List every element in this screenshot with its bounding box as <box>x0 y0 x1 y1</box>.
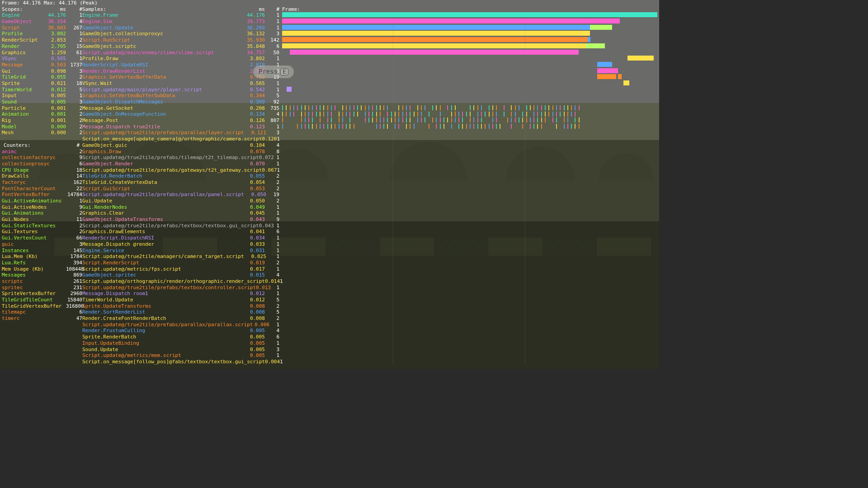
sample-row[interactable]: Render.CreateFontRenderBatch0.0082 <box>82 315 279 322</box>
sample-row[interactable]: Profile.Draw3.8021 <box>82 56 279 62</box>
sample-row[interactable]: Render.SortRenderList0.0085 <box>82 309 279 315</box>
scope-row[interactable]: Gui0.0983 <box>2 68 82 75</box>
flame-bar[interactable] <box>282 37 588 42</box>
counter-row[interactable]: collectionproxyc6 <box>2 161 82 167</box>
sample-row[interactable]: Engine.Sim39.7731 <box>82 19 279 25</box>
sample-row[interactable]: Script.GuiScript0.0532 <box>82 186 279 192</box>
sample-row[interactable]: Script.update@/true2tile/prefabs/textbox… <box>82 223 279 229</box>
sample-row[interactable]: Graphics.DrawElements0.0416 <box>82 229 279 235</box>
counter-row[interactable]: timerc47 <box>2 315 82 322</box>
sample-row[interactable]: Script.RunScript35.930142 <box>82 37 279 43</box>
flame-bar[interactable] <box>533 50 579 55</box>
sample-row[interactable]: Gui.Update0.0502 <box>82 198 279 204</box>
sample-row[interactable]: GameObject.Render0.0701 <box>82 161 279 167</box>
sample-row[interactable]: Script.on_message[follow_pos]@fabs/textb… <box>82 359 279 365</box>
scope-row[interactable]: Input0.0051 <box>2 93 82 99</box>
scope-row[interactable]: VSync0.5651 <box>2 56 82 62</box>
sample-row[interactable]: Message.Post0.126807 <box>82 117 279 124</box>
scope-row[interactable]: RenderScript2.8532 <box>2 37 82 43</box>
sample-row[interactable]: Render.DrawRenderList2.7093 <box>82 68 279 75</box>
counter-row[interactable]: FontVertexBuffer14784 <box>2 192 82 198</box>
sample-row[interactable]: GameObject.OnMessageFunction0.1344 <box>82 111 279 117</box>
flame-bar[interactable] <box>597 74 616 79</box>
flame-bar[interactable] <box>590 25 613 30</box>
counter-row[interactable]: Gui.ActiveNodes9 <box>2 204 82 211</box>
sample-row[interactable]: Script.update@/main/enemy/slime/slime.sc… <box>82 50 279 56</box>
scope-row[interactable]: Script36.003267 <box>2 25 82 31</box>
sample-row[interactable]: Script.update@/true2tile/prefabs/textbox… <box>82 285 279 291</box>
flame-bar[interactable] <box>287 87 292 92</box>
sample-row[interactable]: Message.GetSocket0.208735 <box>82 105 279 112</box>
sample-row[interactable]: Script.update@/metrics/mem.script0.0051 <box>82 352 279 359</box>
profiler-overlay[interactable]: Frame: 44.176 Max: 44.176 (Peak) Scopes:… <box>0 0 659 369</box>
scope-row[interactable]: Graphics1.25961 <box>2 50 82 56</box>
sample-row[interactable]: Script.update@/true2tile/prefabs/tilemap… <box>82 155 279 161</box>
counter-row[interactable]: FontCharacterCount22 <box>2 186 82 192</box>
sample-row[interactable]: Script.update@/orthographic/render/ortho… <box>82 278 279 285</box>
counter-row[interactable]: Gui.Textures2 <box>2 229 82 235</box>
scope-row[interactable]: TimerWorld0.0125 <box>2 87 82 93</box>
scope-row[interactable]: TileGrid0.0552 <box>2 74 82 80</box>
sample-row[interactable]: Message.Dispatch room10.0121 <box>82 291 279 297</box>
scope-row[interactable]: Particle0.0012 <box>2 105 82 112</box>
sample-row[interactable]: Script.on_message[update_camera]@/orthog… <box>82 136 279 142</box>
counter-row[interactable]: Mem Usage (Kb)108448 <box>2 266 82 272</box>
scope-row[interactable]: GameObject36.3344 <box>2 19 82 25</box>
flame-bar[interactable] <box>597 62 612 67</box>
counter-row[interactable]: CPU Usage18 <box>2 167 82 174</box>
sample-row[interactable]: Script.update@/metrics/fps.script0.0171 <box>82 266 279 272</box>
counter-row[interactable]: collectionfactoryc9 <box>2 155 82 161</box>
scope-row[interactable]: Profile3.8021 <box>2 31 82 37</box>
counter-row[interactable]: TileGridTileCount15840 <box>2 297 82 303</box>
sample-row[interactable]: Graphics.Clear0.0451 <box>82 210 279 216</box>
sample-row[interactable]: Script.update@/main/player/player.script… <box>82 87 279 93</box>
sample-row[interactable]: GameObject.Update36.2601 <box>82 25 279 31</box>
sample-row[interactable]: Graphics.SetVertexBufferSubData0.3445 <box>82 93 279 99</box>
flame-bar[interactable] <box>282 19 620 23</box>
sample-row[interactable]: Message.Dispatch @render0.0331 <box>82 241 279 248</box>
counter-row[interactable]: DrawCalls14 <box>2 173 82 179</box>
counter-row[interactable]: Instances145 <box>2 248 82 254</box>
sample-row[interactable]: Engine.Frame44.1761 <box>82 12 279 19</box>
sample-row[interactable]: GameObject.collectionproxyc36.1323 <box>82 31 279 37</box>
counter-row[interactable]: guic3 <box>2 241 82 248</box>
counter-row[interactable]: Gui.Animations2 <box>2 210 82 216</box>
sample-row[interactable]: GameObject.DispatchMessages0.30992 <box>82 99 279 105</box>
sample-row[interactable]: TileGrid.RenderBatch0.0552 <box>82 173 279 179</box>
sample-row[interactable]: TileGrid.CreateVertexData0.0542 <box>82 179 279 186</box>
counter-row[interactable]: animc2 <box>2 149 82 155</box>
flame-bar[interactable] <box>623 80 629 85</box>
sample-row[interactable]: GameObject.spritec0.0154 <box>82 272 279 278</box>
sample-row[interactable]: Script.update@/true2tile/prefabs/gateway… <box>82 167 279 174</box>
scope-row[interactable]: Animation0.0012 <box>2 111 82 117</box>
sample-row[interactable]: Script.RenderScript0.0192 <box>82 260 279 266</box>
counter-row[interactable]: tilemapc6 <box>2 309 82 315</box>
flame-bar[interactable] <box>588 37 590 42</box>
sample-row[interactable]: GameObject.guic0.1044 <box>82 142 279 149</box>
counter-row[interactable]: TileGridVertexBuffer316800 <box>2 303 82 310</box>
flame-bar[interactable] <box>290 50 534 55</box>
flame-bar[interactable] <box>282 31 590 36</box>
sample-row[interactable]: Render.FrustumCulling0.0054 <box>82 328 279 334</box>
sample-row[interactable]: GameObject.scriptc35.8486 <box>82 43 279 50</box>
sample-row[interactable]: VSync.Wait0.5651 <box>82 80 279 87</box>
counter-row[interactable]: scriptc261 <box>2 278 82 285</box>
sample-row[interactable]: Input.UpdateBinding0.0051 <box>82 340 279 347</box>
flame-bar[interactable] <box>586 43 605 48</box>
sample-row[interactable]: Script.update@/true2tile/prefabs/paralla… <box>82 130 279 136</box>
sample-row[interactable]: Script.update@/true2tile/managers/camera… <box>82 253 279 260</box>
counter-row[interactable]: Gui.ActiveAnimations1 <box>2 198 82 204</box>
sample-row[interactable]: Script.update@/true2tile/prefabs/paralla… <box>82 192 279 198</box>
counter-row[interactable]: factoryc162 <box>2 179 82 186</box>
counter-row[interactable]: spritec231 <box>2 285 82 291</box>
sample-row[interactable]: GameObject.UpdateTransforms0.0439 <box>82 216 279 223</box>
flame-bar[interactable] <box>597 68 618 73</box>
flame-bar[interactable] <box>282 25 590 30</box>
scope-row[interactable]: Model0.0002 <box>2 124 82 130</box>
sample-row[interactable]: Sprite.UpdateTransforms0.0082 <box>82 303 279 310</box>
scope-row[interactable]: Message0.5031737 <box>2 62 82 68</box>
scope-row[interactable]: Engine44.1761 <box>2 12 82 19</box>
sample-row[interactable]: RenderScript.UpdateRSI2.8181 <box>82 62 279 68</box>
scope-row[interactable]: Mesh0.0002 <box>2 130 82 136</box>
counter-row[interactable]: Messages869 <box>2 272 82 278</box>
